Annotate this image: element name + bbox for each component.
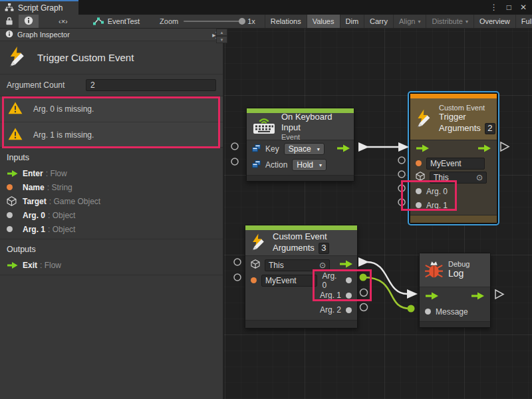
- node-category: Custom Event: [273, 231, 329, 242]
- object-port-icon[interactable]: [346, 293, 352, 299]
- graph-toolbar: ‹×› EventTest Zoom 1x Relations Values D…: [0, 15, 532, 29]
- chevron-down-icon: ▾: [317, 146, 320, 152]
- node-title: On Keyboard Input: [281, 112, 348, 134]
- flow-in-port[interactable]: [425, 292, 439, 302]
- object-port-icon: [7, 226, 13, 232]
- tab-script-graph[interactable]: Script Graph: [0, 0, 78, 15]
- lock-icon: [5, 17, 13, 27]
- node-on-keyboard-input[interactable]: On Keyboard Input Event Key Space▾ Actio…: [246, 108, 354, 182]
- window-maximize-icon[interactable]: □: [507, 3, 511, 12]
- enum-icon: [252, 144, 261, 154]
- string-port-icon[interactable]: [416, 160, 422, 166]
- warning-text: Arg. 1 is missing.: [33, 130, 94, 140]
- code-icon: ‹×›: [59, 17, 68, 25]
- target-field[interactable]: This⊙: [430, 172, 487, 184]
- spin-up-icon[interactable]: ▲: [216, 29, 227, 36]
- object-port-icon[interactable]: [346, 277, 352, 283]
- distribute-button[interactable]: Distribute▾: [426, 15, 473, 28]
- action-port-label: Action: [265, 160, 287, 170]
- node-trigger-custom-event[interactable]: Custom Event Trigger Arguments2 MyEvent …: [410, 93, 497, 223]
- node-title: Log: [448, 268, 469, 280]
- gameobject-cube-icon[interactable]: [251, 259, 260, 271]
- window-menu-icon[interactable]: ⋮: [490, 3, 498, 12]
- graph-breadcrumb[interactable]: EventTest: [88, 15, 145, 28]
- node-title: Arguments3: [273, 243, 329, 254]
- key-dropdown[interactable]: Space▾: [284, 143, 325, 155]
- bug-icon: [425, 260, 443, 280]
- custom-event-icon: [251, 233, 267, 253]
- lock-button[interactable]: [0, 15, 19, 28]
- port-row-arg0: Arg. 0: Object: [0, 208, 223, 222]
- tab-title: Script Graph: [18, 3, 63, 13]
- spin-down-icon[interactable]: ▼: [216, 36, 227, 43]
- unit-title-block: Trigger Custom Event: [0, 41, 223, 74]
- port-row-arg1: Arg. 1: Object: [0, 222, 223, 236]
- flow-arrow-icon: [7, 170, 23, 177]
- port-row-enter: Enter: Flow: [0, 166, 223, 180]
- chevron-down-icon: ▾: [466, 19, 468, 25]
- values-button[interactable]: Values: [307, 15, 340, 28]
- node-title-2: Arguments2: [439, 123, 495, 134]
- chevron-down-icon: ▾: [319, 162, 322, 168]
- arg2-port-label: Arg. 2: [320, 305, 341, 315]
- graph-name: EventTest: [108, 17, 140, 25]
- object-picker-icon[interactable]: ⊙: [319, 261, 326, 270]
- flow-out-port[interactable]: [471, 292, 485, 302]
- object-port-icon[interactable]: [416, 188, 422, 194]
- fullscreen-button[interactable]: Full Screen: [516, 15, 532, 28]
- flow-out-port[interactable]: [339, 260, 353, 270]
- object-port-icon[interactable]: [416, 202, 422, 208]
- object-port-icon[interactable]: [346, 307, 352, 313]
- object-port-icon[interactable]: [425, 309, 431, 315]
- unit-title: Trigger Custom Event: [37, 52, 134, 63]
- script-graph-icon: [5, 3, 14, 13]
- overview-button[interactable]: Overview: [474, 15, 515, 28]
- inspector-header-title: Graph Inspector: [17, 31, 70, 39]
- zoom-slider[interactable]: [184, 21, 242, 22]
- enum-icon: [252, 160, 261, 170]
- flow-in-port[interactable]: [416, 144, 430, 154]
- code-view-button[interactable]: ‹×›: [53, 15, 73, 28]
- event-name-field[interactable]: MyEvent: [426, 158, 485, 170]
- arg1-port-label: Arg. 1: [320, 291, 341, 300]
- node-custom-event[interactable]: Custom Event Arguments3 This⊙ MyEvent Ar…: [245, 225, 358, 329]
- message-port-label: Message: [436, 307, 468, 317]
- zoom-value: 1x: [247, 17, 255, 25]
- window-tab-strip: Script Graph ⋮ □ ✕: [0, 0, 532, 15]
- warning-row: Arg. 0 is missing.: [0, 96, 223, 122]
- node-category: Custom Event: [439, 104, 495, 112]
- carry-button[interactable]: Carry: [364, 15, 393, 28]
- align-button[interactable]: Align▾: [394, 15, 426, 28]
- inputs-label: Inputs: [0, 152, 223, 166]
- inputs-section: Inputs Enter: Flow Name: String Target: …: [0, 148, 223, 239]
- argument-count-badge[interactable]: 3: [319, 243, 329, 254]
- flow-out-port[interactable]: [336, 144, 350, 154]
- object-picker-icon[interactable]: ⊙: [476, 173, 483, 182]
- outputs-label: Outputs: [0, 243, 223, 258]
- action-dropdown[interactable]: Hold▾: [292, 159, 327, 171]
- string-port-icon[interactable]: [251, 277, 257, 283]
- argument-count-input[interactable]: 2: [86, 79, 216, 91]
- inspector-toggle-button[interactable]: [19, 15, 39, 28]
- warnings-block: Arg. 0 is missing. Arg. 1 is missing.: [0, 96, 223, 148]
- dim-button[interactable]: Dim: [340, 15, 364, 28]
- zoom-control: Zoom 1x: [154, 15, 261, 28]
- node-debug-log[interactable]: Debug Log Message: [419, 253, 491, 328]
- gameobject-cube-icon[interactable]: [416, 172, 425, 183]
- target-field[interactable]: This⊙: [265, 259, 330, 271]
- outputs-section: Outputs Exit: Flow: [0, 239, 223, 275]
- zoom-slider-handle[interactable]: [239, 18, 245, 25]
- argument-count-label: Argument Count: [7, 80, 65, 90]
- argument-count-badge[interactable]: 2: [485, 123, 495, 134]
- window-close-icon[interactable]: ✕: [520, 3, 527, 12]
- info-icon: [5, 30, 13, 39]
- flow-out-port[interactable]: [477, 144, 491, 154]
- argument-count-row: Argument Count 2: [0, 74, 223, 96]
- panel-spinner[interactable]: ▲ ▼: [216, 29, 227, 45]
- relations-button[interactable]: Relations: [265, 15, 307, 28]
- port-row-name: Name: String: [0, 180, 223, 194]
- warning-icon: [8, 128, 23, 142]
- warning-icon: [8, 102, 23, 116]
- string-port-icon: [7, 184, 13, 190]
- event-name-field[interactable]: MyEvent: [261, 275, 317, 287]
